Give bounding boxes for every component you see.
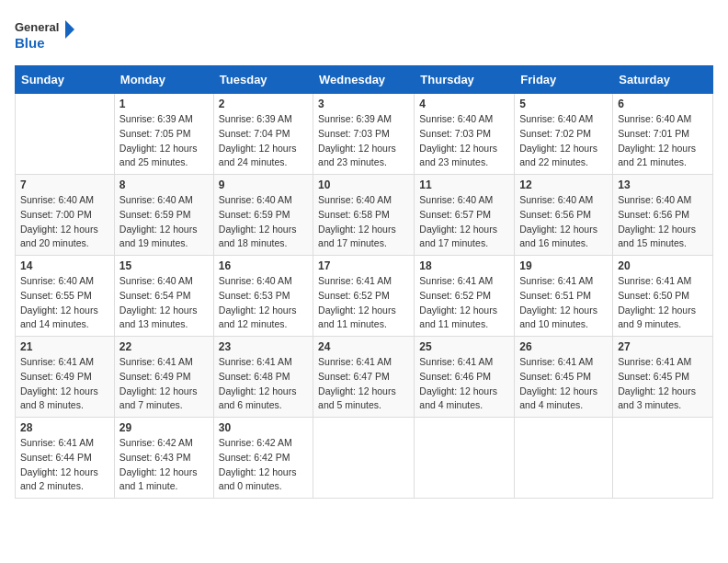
day-detail: Sunrise: 6:40 AM Sunset: 6:54 PM Dayligh… [119, 274, 209, 332]
calendar-cell: 14Sunrise: 6:40 AM Sunset: 6:55 PM Dayli… [16, 256, 115, 337]
calendar-cell [515, 418, 613, 499]
day-number: 4 [419, 98, 509, 110]
calendar-week-2: 7Sunrise: 6:40 AM Sunset: 7:00 PM Daylig… [16, 175, 713, 256]
day-number: 19 [519, 259, 608, 272]
calendar-cell: 26Sunrise: 6:41 AM Sunset: 6:45 PM Dayli… [515, 337, 613, 418]
day-number: 13 [618, 178, 708, 191]
day-detail: Sunrise: 6:40 AM Sunset: 6:53 PM Dayligh… [219, 274, 308, 332]
calendar-cell: 5Sunrise: 6:40 AM Sunset: 7:02 PM Daylig… [515, 94, 613, 175]
calendar-week-4: 21Sunrise: 6:41 AM Sunset: 6:49 PM Dayli… [16, 337, 713, 418]
day-number: 30 [219, 421, 308, 434]
day-detail: Sunrise: 6:39 AM Sunset: 7:05 PM Dayligh… [119, 112, 209, 170]
calendar-cell: 9Sunrise: 6:40 AM Sunset: 6:59 PM Daylig… [213, 175, 313, 256]
day-number: 22 [119, 340, 209, 353]
calendar-cell: 7Sunrise: 6:40 AM Sunset: 7:00 PM Daylig… [16, 175, 115, 256]
column-header-saturday: Saturday [613, 66, 713, 94]
column-header-sunday: Sunday [16, 66, 115, 94]
day-detail: Sunrise: 6:40 AM Sunset: 6:57 PM Dayligh… [419, 193, 509, 251]
day-detail: Sunrise: 6:41 AM Sunset: 6:46 PM Dayligh… [419, 355, 509, 413]
calendar-cell: 3Sunrise: 6:39 AM Sunset: 7:03 PM Daylig… [313, 94, 415, 175]
day-number: 16 [219, 259, 308, 272]
calendar-cell: 25Sunrise: 6:41 AM Sunset: 6:46 PM Dayli… [415, 337, 515, 418]
day-detail: Sunrise: 6:40 AM Sunset: 6:56 PM Dayligh… [618, 193, 708, 251]
day-detail: Sunrise: 6:40 AM Sunset: 7:01 PM Dayligh… [618, 112, 708, 170]
calendar-cell: 13Sunrise: 6:40 AM Sunset: 6:56 PM Dayli… [613, 175, 713, 256]
calendar-cell [16, 94, 115, 175]
column-header-friday: Friday [515, 66, 613, 94]
day-number: 25 [419, 340, 509, 353]
day-number: 20 [618, 259, 708, 272]
day-detail: Sunrise: 6:41 AM Sunset: 6:49 PM Dayligh… [119, 355, 209, 413]
calendar-cell: 30Sunrise: 6:42 AM Sunset: 6:42 PM Dayli… [213, 418, 313, 499]
day-detail: Sunrise: 6:41 AM Sunset: 6:44 PM Dayligh… [20, 436, 109, 494]
day-number: 8 [119, 178, 209, 191]
day-detail: Sunrise: 6:40 AM Sunset: 6:56 PM Dayligh… [519, 193, 608, 251]
day-detail: Sunrise: 6:41 AM Sunset: 6:45 PM Dayligh… [519, 355, 608, 413]
page-header: GeneralBlue [15, 15, 713, 56]
day-detail: Sunrise: 6:41 AM Sunset: 6:49 PM Dayligh… [20, 355, 109, 413]
calendar-cell [613, 418, 713, 499]
day-detail: Sunrise: 6:39 AM Sunset: 7:04 PM Dayligh… [219, 112, 308, 170]
svg-text:General: General [15, 20, 59, 34]
logo: GeneralBlue [15, 15, 79, 56]
calendar-cell: 1Sunrise: 6:39 AM Sunset: 7:05 PM Daylig… [114, 94, 213, 175]
calendar-cell: 23Sunrise: 6:41 AM Sunset: 6:48 PM Dayli… [213, 337, 313, 418]
svg-text:Blue: Blue [15, 35, 45, 51]
calendar-cell: 24Sunrise: 6:41 AM Sunset: 6:47 PM Dayli… [313, 337, 415, 418]
calendar-cell: 8Sunrise: 6:40 AM Sunset: 6:59 PM Daylig… [114, 175, 213, 256]
day-detail: Sunrise: 6:41 AM Sunset: 6:50 PM Dayligh… [618, 274, 708, 332]
day-number: 1 [119, 98, 209, 110]
day-number: 12 [519, 178, 608, 191]
day-number: 21 [20, 340, 109, 353]
day-number: 23 [219, 340, 308, 353]
header-row: SundayMondayTuesdayWednesdayThursdayFrid… [16, 66, 713, 94]
calendar-cell: 29Sunrise: 6:42 AM Sunset: 6:43 PM Dayli… [114, 418, 213, 499]
calendar-cell: 20Sunrise: 6:41 AM Sunset: 6:50 PM Dayli… [613, 256, 713, 337]
day-detail: Sunrise: 6:41 AM Sunset: 6:52 PM Dayligh… [318, 274, 409, 332]
calendar-cell: 15Sunrise: 6:40 AM Sunset: 6:54 PM Dayli… [114, 256, 213, 337]
calendar-cell: 21Sunrise: 6:41 AM Sunset: 6:49 PM Dayli… [16, 337, 115, 418]
svg-marker-2 [65, 20, 74, 39]
day-number: 3 [318, 98, 409, 110]
day-number: 14 [20, 259, 109, 272]
day-number: 9 [219, 178, 308, 191]
day-detail: Sunrise: 6:41 AM Sunset: 6:52 PM Dayligh… [419, 274, 509, 332]
day-number: 6 [618, 98, 708, 110]
calendar-week-3: 14Sunrise: 6:40 AM Sunset: 6:55 PM Dayli… [16, 256, 713, 337]
day-detail: Sunrise: 6:39 AM Sunset: 7:03 PM Dayligh… [318, 112, 409, 170]
column-header-thursday: Thursday [415, 66, 515, 94]
calendar-week-1: 1Sunrise: 6:39 AM Sunset: 7:05 PM Daylig… [16, 94, 713, 175]
column-header-tuesday: Tuesday [213, 66, 313, 94]
day-detail: Sunrise: 6:40 AM Sunset: 7:00 PM Dayligh… [20, 193, 109, 251]
calendar-table: SundayMondayTuesdayWednesdayThursdayFrid… [15, 65, 713, 499]
day-detail: Sunrise: 6:42 AM Sunset: 6:43 PM Dayligh… [119, 436, 209, 494]
calendar-cell: 17Sunrise: 6:41 AM Sunset: 6:52 PM Dayli… [313, 256, 415, 337]
calendar-cell: 12Sunrise: 6:40 AM Sunset: 6:56 PM Dayli… [515, 175, 613, 256]
calendar-cell: 19Sunrise: 6:41 AM Sunset: 6:51 PM Dayli… [515, 256, 613, 337]
calendar-cell: 11Sunrise: 6:40 AM Sunset: 6:57 PM Dayli… [415, 175, 515, 256]
day-number: 18 [419, 259, 509, 272]
calendar-week-5: 28Sunrise: 6:41 AM Sunset: 6:44 PM Dayli… [16, 418, 713, 499]
logo-svg: GeneralBlue [15, 15, 79, 56]
day-number: 7 [20, 178, 109, 191]
day-number: 28 [20, 421, 109, 434]
day-detail: Sunrise: 6:40 AM Sunset: 7:02 PM Dayligh… [519, 112, 608, 170]
day-detail: Sunrise: 6:40 AM Sunset: 6:58 PM Dayligh… [318, 193, 409, 251]
column-header-wednesday: Wednesday [313, 66, 415, 94]
day-detail: Sunrise: 6:41 AM Sunset: 6:51 PM Dayligh… [519, 274, 608, 332]
calendar-cell: 10Sunrise: 6:40 AM Sunset: 6:58 PM Dayli… [313, 175, 415, 256]
day-number: 27 [618, 340, 708, 353]
calendar-cell: 6Sunrise: 6:40 AM Sunset: 7:01 PM Daylig… [613, 94, 713, 175]
calendar-cell: 2Sunrise: 6:39 AM Sunset: 7:04 PM Daylig… [213, 94, 313, 175]
day-detail: Sunrise: 6:41 AM Sunset: 6:45 PM Dayligh… [618, 355, 708, 413]
day-number: 15 [119, 259, 209, 272]
day-number: 2 [219, 98, 308, 110]
day-detail: Sunrise: 6:40 AM Sunset: 7:03 PM Dayligh… [419, 112, 509, 170]
day-detail: Sunrise: 6:41 AM Sunset: 6:47 PM Dayligh… [318, 355, 409, 413]
day-number: 5 [519, 98, 608, 110]
day-number: 10 [318, 178, 409, 191]
calendar-cell: 28Sunrise: 6:41 AM Sunset: 6:44 PM Dayli… [16, 418, 115, 499]
day-detail: Sunrise: 6:42 AM Sunset: 6:42 PM Dayligh… [219, 436, 308, 494]
day-detail: Sunrise: 6:41 AM Sunset: 6:48 PM Dayligh… [219, 355, 308, 413]
column-header-monday: Monday [114, 66, 213, 94]
